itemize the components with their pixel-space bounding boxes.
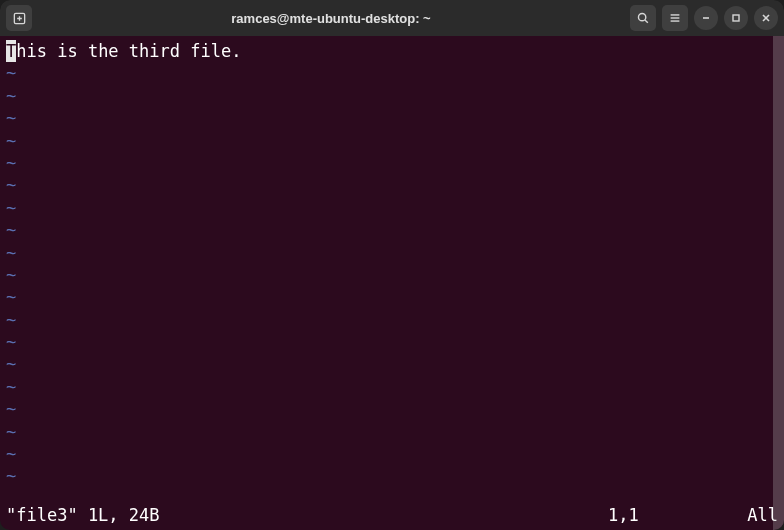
empty-line: ~ — [6, 107, 778, 129]
close-button[interactable] — [754, 6, 778, 30]
menu-icon — [668, 11, 682, 25]
svg-rect-9 — [733, 15, 739, 21]
new-tab-button[interactable] — [6, 5, 32, 31]
empty-line: ~ — [6, 197, 778, 219]
search-button[interactable] — [630, 5, 656, 31]
status-scroll: All — [728, 504, 778, 526]
content-line: This is the third file. — [6, 40, 778, 62]
titlebar: ramces@mte-ubuntu-desktop: ~ — [0, 0, 784, 36]
vim-status-bar: "file3" 1L, 24B 1,1 All — [6, 504, 778, 526]
empty-line: ~ — [6, 421, 778, 443]
minimize-button[interactable] — [694, 6, 718, 30]
empty-line: ~ — [6, 174, 778, 196]
empty-line: ~ — [6, 130, 778, 152]
minimize-icon — [700, 12, 712, 24]
maximize-icon — [730, 12, 742, 24]
empty-line: ~ — [6, 443, 778, 465]
empty-line: ~ — [6, 465, 778, 487]
status-file-info: "file3" 1L, 24B — [6, 504, 608, 526]
titlebar-right — [630, 5, 778, 31]
svg-line-4 — [645, 20, 648, 23]
empty-lines-region: ~~~~~~~~~~~~~~~~~~~ — [6, 62, 778, 487]
empty-line: ~ — [6, 152, 778, 174]
empty-line: ~ — [6, 85, 778, 107]
empty-line: ~ — [6, 376, 778, 398]
empty-line: ~ — [6, 242, 778, 264]
new-tab-icon — [12, 11, 27, 26]
status-position: 1,1 — [608, 504, 728, 526]
titlebar-left — [6, 5, 32, 31]
empty-line: ~ — [6, 264, 778, 286]
terminal-viewport[interactable]: This is the third file. ~~~~~~~~~~~~~~~~… — [0, 36, 784, 530]
window-title: ramces@mte-ubuntu-desktop: ~ — [36, 11, 626, 26]
empty-line: ~ — [6, 331, 778, 353]
search-icon — [636, 11, 650, 25]
cursor: T — [6, 40, 16, 62]
svg-point-3 — [638, 13, 645, 20]
empty-line: ~ — [6, 353, 778, 375]
close-icon — [760, 12, 772, 24]
empty-line: ~ — [6, 219, 778, 241]
empty-line: ~ — [6, 62, 778, 84]
empty-line: ~ — [6, 309, 778, 331]
scrollbar[interactable] — [773, 36, 784, 530]
menu-button[interactable] — [662, 5, 688, 31]
empty-line: ~ — [6, 286, 778, 308]
maximize-button[interactable] — [724, 6, 748, 30]
content-text: his is the third file. — [16, 41, 241, 61]
empty-line: ~ — [6, 398, 778, 420]
